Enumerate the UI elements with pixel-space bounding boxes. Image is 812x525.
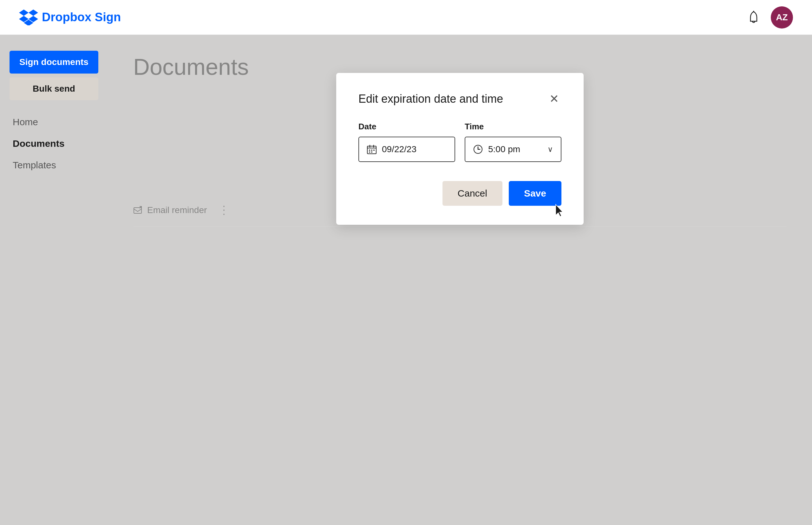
time-value: 5:00 pm	[488, 144, 520, 154]
content-area: Documents Email reminder ⋮ Edit expirati…	[108, 35, 812, 525]
notifications-icon[interactable]	[747, 11, 761, 25]
date-field-group: Date	[358, 122, 455, 162]
cancel-button[interactable]: Cancel	[442, 181, 502, 206]
sidebar-item-templates[interactable]: Templates	[10, 156, 98, 174]
user-avatar[interactable]: AZ	[771, 6, 793, 29]
calendar-icon	[367, 144, 377, 154]
time-field-group: Time 5:00 pm	[465, 122, 561, 162]
main-layout: Sign documents Bulk send Home Documents …	[0, 35, 812, 525]
date-label: Date	[358, 122, 455, 132]
date-input[interactable]: 09/22/23	[358, 137, 455, 162]
clock-icon	[473, 144, 483, 154]
sidebar: Sign documents Bulk send Home Documents …	[0, 35, 108, 525]
sidebar-item-documents[interactable]: Documents	[10, 134, 98, 153]
svg-rect-7	[371, 150, 372, 151]
time-chevron-icon: ∨	[547, 145, 553, 154]
time-label: Time	[465, 122, 561, 132]
dropbox-logo-icon	[19, 10, 38, 25]
svg-rect-10	[371, 152, 372, 152]
app-header: Dropbox Sign AZ	[0, 0, 812, 35]
logo-text: Dropbox Sign	[42, 11, 121, 24]
modal-header: Edit expiration date and time ✕	[358, 92, 561, 106]
modal-title: Edit expiration date and time	[358, 92, 503, 106]
svg-rect-6	[369, 150, 370, 151]
sign-documents-button[interactable]: Sign documents	[10, 51, 98, 74]
svg-rect-9	[369, 152, 370, 152]
time-select[interactable]: 5:00 pm ∨	[465, 137, 561, 162]
save-button[interactable]: Save	[509, 181, 561, 206]
cursor-indicator	[555, 204, 566, 218]
logo: Dropbox Sign	[19, 10, 121, 25]
edit-expiration-modal: Edit expiration date and time ✕ Date	[336, 73, 584, 225]
modal-overlay: Edit expiration date and time ✕ Date	[108, 35, 812, 525]
close-modal-button[interactable]: ✕	[547, 92, 561, 106]
sidebar-item-home[interactable]: Home	[10, 113, 98, 131]
modal-footer: Cancel Save	[358, 181, 561, 206]
nav-links: Home Documents Templates	[10, 113, 98, 174]
header-actions: AZ	[747, 6, 793, 29]
svg-rect-8	[373, 150, 374, 151]
date-value: 09/22/23	[382, 144, 416, 154]
modal-fields: Date	[358, 122, 561, 162]
bulk-send-button[interactable]: Bulk send	[10, 77, 98, 100]
